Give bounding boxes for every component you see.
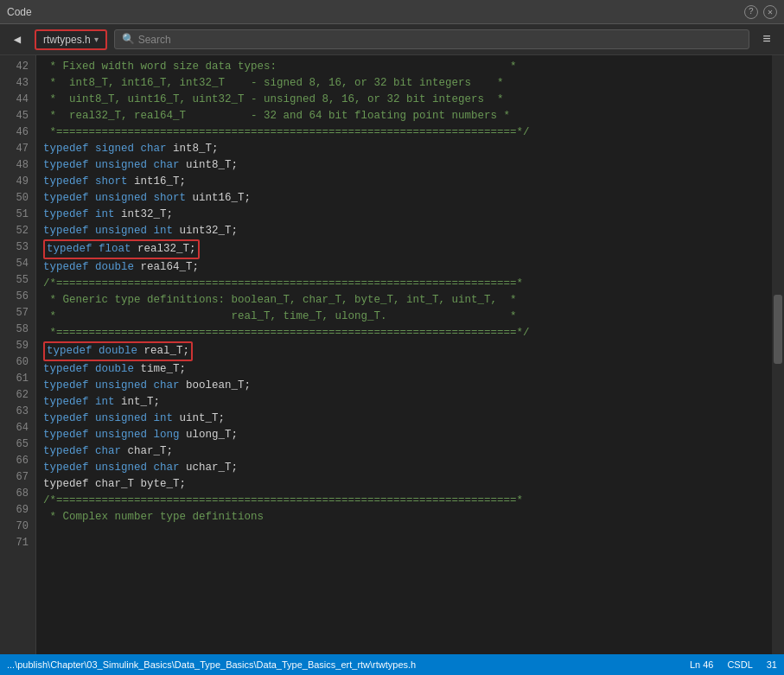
code-token: unsigned char <box>95 378 180 394</box>
help-button[interactable]: ? <box>744 5 758 19</box>
table-row: typedef unsigned char boolean_T; <box>43 378 765 394</box>
table-row: * Generic type definitions: boolean_T, c… <box>43 292 765 309</box>
line-number: 54 <box>0 256 29 272</box>
highlighted-code: typedef float real32_T; <box>43 239 200 259</box>
code-token: typedef <box>43 157 95 174</box>
line-number: 62 <box>0 387 29 404</box>
table-row: /*======================================… <box>43 276 765 292</box>
close-button[interactable]: ✕ <box>763 5 777 19</box>
code-token: typedef <box>43 394 95 411</box>
table-row: typedef unsigned int uint32_T; <box>43 223 765 239</box>
code-token: typedef <box>43 207 95 223</box>
title-bar-controls: ? ✕ <box>744 5 777 19</box>
dropdown-arrow-icon: ▾ <box>94 35 99 44</box>
table-row: typedef unsigned char uint8_T; <box>43 157 765 174</box>
code-token: real64_T; <box>134 259 199 276</box>
code-token: int <box>95 394 115 411</box>
line-number: 63 <box>0 404 29 420</box>
search-input[interactable] <box>138 34 742 46</box>
table-row: typedef unsigned long ulong_T; <box>43 427 765 443</box>
code-token: typedef <box>43 443 95 460</box>
code-content[interactable]: * Fixed width word size data types: * * … <box>36 55 772 654</box>
code-token: uint32_T; <box>173 223 238 239</box>
code-token: *=======================================… <box>43 124 530 141</box>
code-token: uchar_T; <box>180 460 239 476</box>
line-number: 45 <box>0 108 29 124</box>
search-box: 🔍 <box>114 29 749 49</box>
title-bar: Code ? ✕ <box>0 0 784 24</box>
code-token: * Generic type definitions: boolean_T, c… <box>43 292 517 309</box>
code-token: typedef <box>43 361 95 378</box>
line-number: 53 <box>0 239 29 256</box>
scrollbar[interactable] <box>772 55 784 654</box>
table-row: typedef char_T byte_T; <box>43 476 765 493</box>
line-number: 69 <box>0 502 29 519</box>
code-area: 4243444546474849505152535455565758596061… <box>0 55 784 654</box>
code-token: typedef char_T byte_T; <box>43 476 186 493</box>
code-token: uint8_T; <box>180 157 239 174</box>
code-token: int_T; <box>115 394 161 411</box>
table-row: * uint8_T, uint16_T, uint32_T - unsigned… <box>43 92 765 108</box>
table-row: typedef double real64_T; <box>43 259 765 276</box>
scrollbar-thumb[interactable] <box>774 295 782 364</box>
line-number: 56 <box>0 289 29 305</box>
code-token: typedef <box>43 141 95 157</box>
code-token: uint16_T; <box>186 190 251 207</box>
line-number: 52 <box>0 223 29 239</box>
status-col: CSDL <box>727 659 752 670</box>
code-token: typedef <box>43 190 95 207</box>
code-token: double <box>95 259 134 276</box>
line-number: 71 <box>0 535 29 551</box>
code-token: * Fixed width word size data types: <box>43 59 277 75</box>
table-row: *=======================================… <box>43 124 765 141</box>
highlighted-code: typedef double real_T; <box>43 341 193 361</box>
code-token: typedef <box>43 411 95 427</box>
table-row: typedef unsigned int uint_T; <box>43 411 765 427</box>
table-row: typedef double real_T; <box>43 341 765 361</box>
code-token: * <box>277 59 517 75</box>
code-token: unsigned int <box>95 411 173 427</box>
line-number: 57 <box>0 305 29 322</box>
table-row: typedef char char_T; <box>43 443 765 460</box>
code-token: signed char <box>95 141 167 157</box>
line-number: 43 <box>0 75 29 92</box>
table-row: * real_T, time_T, ulong_T. * <box>43 309 765 325</box>
code-token: int <box>95 207 115 223</box>
search-icon: 🔍 <box>122 33 135 46</box>
code-token: unsigned int <box>95 223 173 239</box>
status-info: 31 <box>767 659 777 670</box>
code-token: ulong_T; <box>180 427 239 443</box>
code-token: boolean_T; <box>180 378 252 394</box>
line-number: 64 <box>0 420 29 436</box>
table-row: typedef int int32_T; <box>43 207 765 223</box>
table-row: /*======================================… <box>43 493 765 509</box>
code-token: * uint8_T, uint16_T, uint32_T - unsigned… <box>43 92 504 108</box>
table-row: typedef unsigned char uchar_T; <box>43 460 765 476</box>
code-token: * int8_T, int16_T, int32_T - signed 8, 1… <box>43 75 504 92</box>
line-numbers: 4243444546474849505152535455565758596061… <box>0 55 36 654</box>
code-token: uint_T; <box>173 411 225 427</box>
back-button[interactable]: ◀ <box>7 29 28 50</box>
code-token: /*======================================… <box>43 276 523 292</box>
code-token: typedef <box>43 259 95 276</box>
menu-button[interactable]: ≡ <box>756 29 777 50</box>
line-number: 65 <box>0 436 29 453</box>
code-token: time_T; <box>134 361 186 378</box>
code-token: typedef <box>43 460 95 476</box>
table-row: *=======================================… <box>43 325 765 341</box>
code-token: typedef <box>43 223 95 239</box>
code-token: * real_T, time_T, ulong_T. * <box>43 309 517 325</box>
code-token: unsigned short <box>95 190 186 207</box>
file-tab[interactable]: rtwtypes.h ▾ <box>35 29 107 50</box>
line-number: 61 <box>0 371 29 387</box>
line-number: 50 <box>0 190 29 207</box>
code-token: unsigned char <box>95 460 180 476</box>
line-number: 58 <box>0 322 29 338</box>
line-number: 46 <box>0 124 29 141</box>
code-token: * Complex number type definitions <box>43 509 264 525</box>
line-number: 68 <box>0 486 29 502</box>
table-row: * Fixed width word size data types: * <box>43 59 765 75</box>
table-row: * real32_T, real64_T - 32 and 64 bit flo… <box>43 108 765 124</box>
code-token: char_T; <box>121 443 173 460</box>
title-bar-text: Code <box>7 6 32 18</box>
